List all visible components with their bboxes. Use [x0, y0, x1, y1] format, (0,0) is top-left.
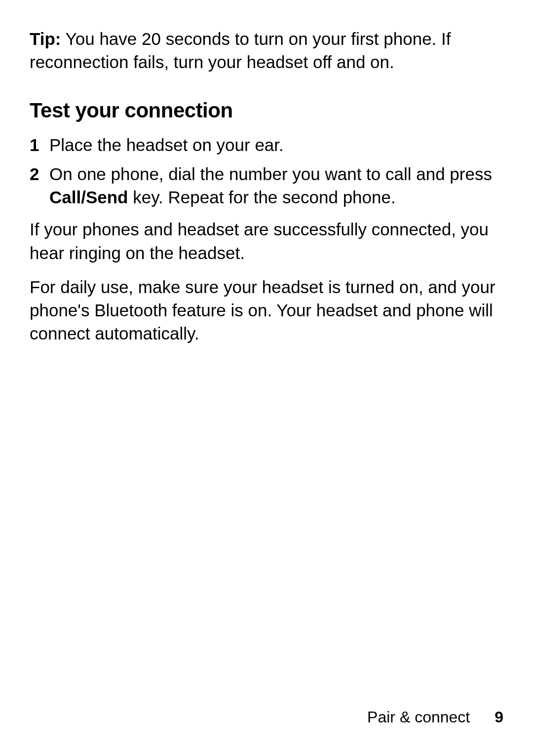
- page-footer: Pair & connect 9: [367, 708, 503, 726]
- steps-list: 1 Place the headset on your ear. 2 On on…: [30, 133, 503, 209]
- section-heading: Test your connection: [30, 99, 503, 122]
- footer-page-number: 9: [495, 708, 503, 726]
- list-content: Place the headset on your ear.: [49, 133, 503, 156]
- tip-text: You have 20 seconds to turn on your firs…: [30, 29, 451, 72]
- tip-paragraph: Tip: You have 20 seconds to turn on your…: [30, 27, 503, 74]
- step-bold: Call/Send: [49, 188, 128, 207]
- step-text-before: On one phone, dial the number you want t…: [49, 164, 492, 184]
- step-text-after: key. Repeat for the second phone.: [128, 188, 395, 207]
- body-paragraph: If your phones and headset are successfu…: [30, 218, 503, 265]
- footer-section-label: Pair & connect: [367, 708, 470, 726]
- list-item: 1 Place the headset on your ear.: [30, 133, 503, 156]
- list-content: On one phone, dial the number you want t…: [49, 162, 503, 209]
- tip-label: Tip:: [30, 29, 61, 48]
- list-number: 1: [30, 133, 49, 156]
- list-item: 2 On one phone, dial the number you want…: [30, 162, 503, 209]
- body-paragraph: For daily use, make sure your headset is…: [30, 275, 503, 345]
- list-number: 2: [30, 162, 49, 209]
